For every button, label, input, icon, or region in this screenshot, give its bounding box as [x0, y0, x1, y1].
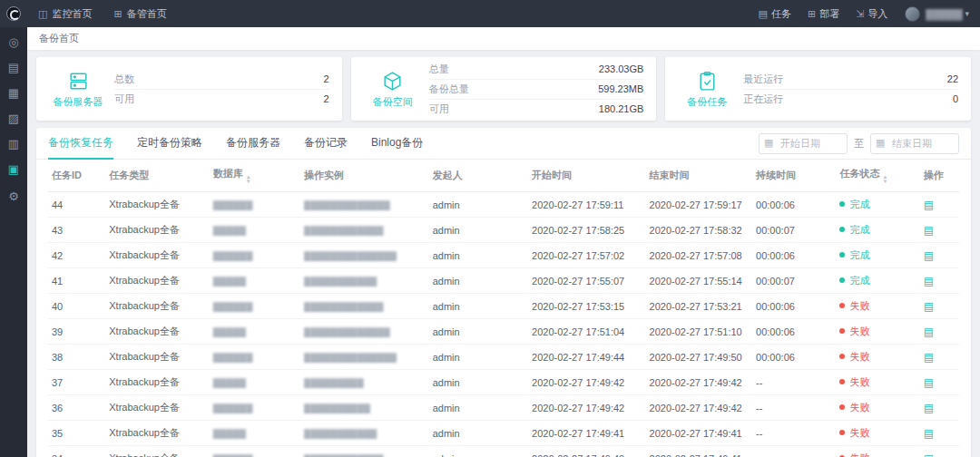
table-row: 36Xtrabackup全备▓▓▓▓▓▓▓▓▓▓▓▓▓▓▓▓admin2020-…: [48, 395, 959, 421]
task-type: Xtrabackup全备: [105, 243, 209, 268]
status-cell: 失败: [836, 370, 919, 395]
log-detail-icon[interactable]: ▤: [924, 326, 934, 338]
settings-gear-icon[interactable]: ⚙: [8, 190, 19, 202]
table-header-row: 任务ID任务类型数据库▲▼操作实例发起人开始时间结束时间持续时间任务状态▲▼操作: [48, 160, 959, 192]
task-id: 34: [48, 446, 105, 457]
logo-icon: [6, 6, 21, 21]
op-cell: ▤: [920, 395, 959, 421]
stat-card-backup-space: 备份空间 总量233.03GB备份总量599.23MB可用180.21GB: [351, 57, 657, 121]
sort-desc-icon[interactable]: ▼: [882, 180, 887, 184]
stat-row: 备份总量599.23MB: [429, 80, 644, 100]
status-dot-icon: [839, 227, 845, 232]
topnav-monitor-home[interactable]: ◫ 监控首页: [27, 0, 103, 27]
instances-icon[interactable]: ▦: [8, 87, 19, 99]
tab-0[interactable]: 备份恢复任务: [48, 128, 113, 160]
instance-cell: ▓▓▓▓▓▓▓▓▓▓▓▓▓▓: [300, 243, 429, 268]
breadcrumb: 备份首页: [27, 27, 980, 50]
task-id: 41: [48, 268, 105, 294]
table-row: 34Xtrabackup全备▓▓▓▓▓▓▓▓▓▓▓▓▓▓▓▓▓▓admin202…: [48, 446, 959, 457]
duration-cell: --: [752, 446, 836, 457]
log-detail-icon[interactable]: ▤: [924, 376, 934, 389]
log-detail-icon[interactable]: ▤: [924, 402, 934, 414]
instance-cell: ▓▓▓▓▓▓▓▓▓▓▓: [300, 268, 429, 294]
log-detail-icon[interactable]: ▤: [924, 427, 934, 440]
top-navigation: ◫ 监控首页 ⊞ 备管首页: [27, 0, 178, 27]
reports-icon[interactable]: ▨: [8, 112, 19, 124]
tab-4[interactable]: Binlog备份: [371, 128, 423, 160]
sort-icon[interactable]: ▲▼: [882, 175, 887, 184]
page-title: 备份首页: [39, 32, 79, 45]
initiator-cell: admin: [429, 421, 528, 446]
log-detail-icon[interactable]: ▤: [924, 199, 934, 211]
op-cell: ▤: [920, 319, 959, 345]
task-type: Xtrabackup全备: [105, 268, 209, 294]
topbar-tasks-button[interactable]: ▤ 任务: [750, 7, 799, 21]
chevron-down-icon[interactable]: ▾: [965, 9, 969, 18]
table-row: 38Xtrabackup全备▓▓▓▓▓▓▓▓▓▓▓▓▓▓▓▓▓▓▓▓admin2…: [48, 345, 959, 370]
end-time-cell: 2020-02-27 17:49:42: [646, 395, 752, 421]
stat-card-title: 备份服务器: [54, 95, 103, 109]
log-detail-icon[interactable]: ▤: [924, 275, 934, 287]
start-time-cell: 2020-02-27 17:55:07: [528, 268, 646, 294]
status-cell: 失败: [836, 446, 919, 457]
initiator-cell: admin: [429, 243, 528, 268]
start-time-cell: 2020-02-27 17:58:25: [528, 218, 646, 243]
stat-card-title: 备份空间: [373, 95, 413, 109]
task-type: Xtrabackup全备: [105, 192, 209, 218]
backup-home-icon: ⊞: [113, 8, 122, 20]
end-time-cell: 2020-02-27 17:49:41: [646, 421, 752, 446]
log-detail-icon[interactable]: ▤: [924, 300, 934, 313]
backup-icon[interactable]: ▣: [8, 163, 19, 175]
end-time-cell: 2020-02-27 17:51:10: [646, 319, 752, 345]
status-dot-icon: [839, 430, 845, 435]
username[interactable]: ▓▓▓▓▓: [926, 8, 962, 19]
date-range-picker: ▦ 至 ▦: [759, 133, 959, 154]
start-time-cell: 2020-02-27 17:51:04: [528, 319, 646, 345]
stat-row-label: 最近运行: [743, 73, 783, 86]
topbar: ◫ 监控首页 ⊞ 备管首页 ▤ 任务 ⊞ 部署 ⇲ 导入 ▓▓▓▓▓ ▾: [0, 0, 980, 27]
alarms-icon[interactable]: ▥: [8, 138, 19, 150]
status-dot-icon: [839, 328, 845, 334]
instance-cell: ▓▓▓▓▓▓▓▓▓▓▓▓▓: [300, 319, 429, 345]
database-cell: ▓▓▓▓▓▓: [210, 446, 300, 457]
log-detail-icon[interactable]: ▤: [924, 224, 934, 237]
log-detail-icon[interactable]: ▤: [924, 452, 934, 457]
tab-1[interactable]: 定时备份策略: [137, 128, 202, 160]
end-date-input[interactable]: [870, 133, 959, 154]
avatar[interactable]: [905, 6, 920, 22]
log-detail-icon[interactable]: ▤: [924, 351, 934, 364]
end-time-cell: 2020-02-27 17:49:42: [646, 370, 752, 395]
overview-icon[interactable]: ◎: [8, 36, 18, 48]
initiator-cell: admin: [429, 370, 528, 395]
status-cell: 失败: [836, 421, 919, 446]
app-logo[interactable]: [0, 6, 27, 21]
duration-cell: 00:00:06: [752, 345, 836, 370]
topnav-backup-home[interactable]: ⊞ 备管首页: [103, 0, 177, 27]
monitor-icon[interactable]: ▤: [8, 62, 19, 73]
topbar-import-button[interactable]: ⇲ 导入: [848, 7, 896, 21]
status-dot-icon: [839, 201, 845, 207]
tab-3[interactable]: 备份记录: [304, 128, 348, 160]
topbar-import-label: 导入: [867, 7, 887, 21]
topbar-deploy-button[interactable]: ⊞ 部署: [799, 7, 848, 21]
end-time-cell: 2020-02-27 17:55:14: [646, 268, 752, 294]
column-header-2[interactable]: 数据库▲▼: [210, 160, 300, 192]
instance-cell: ▓▓▓▓▓▓▓▓▓▓: [300, 395, 429, 421]
log-detail-icon[interactable]: ▤: [924, 249, 934, 262]
sort-icon[interactable]: ▲▼: [246, 175, 251, 184]
database-cell: ▓▓▓▓▓▓: [210, 395, 300, 421]
stat-card-backup-servers: 备份服务器 总数2可用2: [36, 57, 342, 121]
sort-desc-icon[interactable]: ▼: [246, 180, 251, 184]
instance-cell: ▓▓▓▓▓▓▓▓▓▓▓▓▓: [300, 192, 429, 218]
sidebar: ◎▤▦▨▥▣⚙: [0, 27, 27, 457]
column-header-8[interactable]: 任务状态▲▼: [836, 160, 919, 192]
initiator-cell: admin: [429, 218, 528, 243]
task-type: Xtrabackup全备: [105, 370, 209, 395]
topbar-right: ▤ 任务 ⊞ 部署 ⇲ 导入 ▓▓▓▓▓ ▾: [750, 6, 980, 22]
database-cell: ▓▓▓▓▓: [210, 370, 300, 395]
start-date-input[interactable]: [759, 133, 848, 154]
op-cell: ▤: [920, 446, 959, 457]
database-cell: ▓▓▓▓▓: [210, 268, 300, 294]
tab-2[interactable]: 备份服务器: [226, 128, 280, 160]
stat-row-value: 180.21GB: [599, 103, 644, 114]
